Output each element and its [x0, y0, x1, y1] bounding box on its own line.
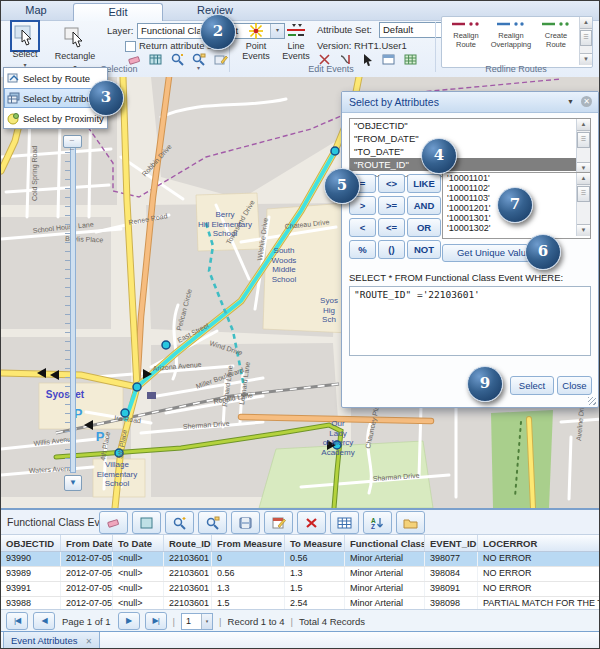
poi-label: South	[274, 246, 295, 255]
operator-button[interactable]: %	[349, 240, 376, 259]
value-item[interactable]: '10001302'	[443, 223, 577, 233]
map-zoom-slider[interactable]: ── ▼	[63, 127, 81, 491]
operator-button[interactable]: >=	[378, 196, 405, 215]
rectangle-tool-icon	[61, 22, 89, 52]
point-events-button[interactable]: Point Events	[237, 22, 275, 62]
event-grid-icon[interactable]	[403, 52, 418, 67]
edit-events-group-label: Edit Events	[281, 64, 381, 74]
field-listbox[interactable]: "OBJECTID""FROM_DATE""TO_DATE""ROUTE_ID"…	[349, 118, 591, 177]
scroll-up-icon[interactable]: ▲	[577, 173, 590, 185]
scroll-up-icon[interactable]: ▲	[580, 17, 592, 29]
column-header[interactable]: To Date	[113, 535, 164, 551]
column-header[interactable]: Functional Class	[345, 535, 425, 551]
line-events-button[interactable]: Line Events	[277, 22, 315, 62]
tab-edit[interactable]: Edit	[73, 3, 163, 21]
previous-page-button[interactable]: ◀	[33, 612, 55, 630]
attribute-table-button[interactable]	[330, 511, 359, 534]
redline-item[interactable]: Realign Overlapping	[489, 20, 533, 64]
scroll-down-icon[interactable]: ▼	[577, 224, 590, 236]
value-item[interactable]: '10001101'	[443, 173, 577, 183]
eraser-icon	[106, 516, 121, 530]
select-button[interactable]: Select	[510, 376, 554, 395]
resize-grip[interactable]	[588, 397, 596, 405]
table-cell: NO ERROR	[478, 582, 600, 596]
column-header[interactable]: From Date	[61, 535, 113, 551]
table-cell: 2012-07-05	[61, 582, 113, 596]
edit-attributes-button[interactable]	[264, 511, 293, 534]
gallery-scrollbar[interactable]: ▲ ☰ ▼	[579, 17, 592, 65]
zoom-to-selection-button[interactable]	[165, 511, 194, 534]
zoom-to-extent-button[interactable]	[198, 511, 227, 534]
sort-button[interactable]: AZ	[363, 511, 392, 534]
last-page-button[interactable]: ▶|	[145, 612, 167, 630]
operator-button[interactable]: NOT	[407, 240, 441, 259]
field-item[interactable]: "FROM_DATE"	[350, 132, 577, 145]
zoom-slider-handle[interactable]: ──	[63, 135, 82, 148]
pagination-bar: |◀ ◀ Page 1 of 1 ▶ ▶| | 1 ▾ | Record 1 t…	[1, 609, 600, 632]
chevron-down-icon[interactable]: ▾	[201, 614, 212, 629]
scrollbar-thumb[interactable]: ☰	[577, 186, 590, 202]
open-button[interactable]	[396, 511, 425, 534]
column-header[interactable]: OBJECTID	[1, 535, 61, 551]
tab-event-attributes[interactable]: Event Attributes✕	[3, 632, 100, 649]
zoom-slider-track[interactable]	[70, 141, 76, 473]
first-page-button[interactable]: |◀	[6, 612, 28, 630]
table-row[interactable]: 939912012-07-05<null>221036011.31.5Minor…	[1, 582, 600, 597]
line-events-label: Line Events	[277, 42, 315, 62]
menu-item-select-by-proximity[interactable]: Select by Proximity	[4, 108, 107, 128]
column-header[interactable]: EVENT_ID	[425, 535, 478, 551]
column-header[interactable]: Route_ID	[164, 535, 212, 551]
scrollbar-thumb[interactable]: ☰	[580, 30, 592, 46]
scrollbar-thumb[interactable]: ☰	[577, 132, 590, 148]
clear-selection-button[interactable]	[99, 511, 128, 534]
return-attribute-set-checkbox[interactable]	[125, 41, 136, 52]
save-button[interactable]	[231, 511, 260, 534]
operator-button[interactable]: <>	[378, 174, 405, 193]
table-cell: <null>	[113, 582, 164, 596]
select-rectangle-button[interactable]	[132, 511, 161, 534]
poi-label: Woods	[272, 256, 297, 265]
page-select[interactable]: 1 ▾	[181, 613, 213, 630]
zoom-out-icon[interactable]: ▼	[64, 475, 82, 491]
table-row[interactable]: 939902012-07-05<null>2210360100.56Minor …	[1, 552, 600, 567]
field-item[interactable]: "OBJECTID"	[350, 119, 577, 132]
redline-style-icon	[541, 20, 571, 28]
delete-button[interactable]	[297, 511, 326, 534]
field-item[interactable]: "TO_DATE"	[350, 145, 577, 158]
attribute-edit-icon[interactable]	[213, 52, 228, 67]
operator-button[interactable]: <	[349, 218, 376, 237]
column-header[interactable]: LOCERROR	[478, 535, 600, 551]
operator-button[interactable]: ()	[378, 240, 405, 259]
menu-item-select-by-route[interactable]: Select by Route	[4, 68, 107, 88]
value-list-scrollbar[interactable]: ▲ ☰ ▼	[576, 173, 590, 236]
dialog-titlebar[interactable]: Select by Attributes ▼ ✕	[342, 92, 598, 113]
tab-map[interactable]: Map	[13, 4, 59, 16]
zoom-selection-icon[interactable]	[170, 52, 185, 67]
next-page-button[interactable]: ▶	[118, 612, 140, 630]
scroll-up-icon[interactable]: ▲	[577, 119, 590, 131]
operator-button[interactable]: LIKE	[407, 174, 441, 193]
column-header[interactable]: To Measure	[285, 535, 345, 551]
operator-button[interactable]: <=	[378, 218, 405, 237]
table-header[interactable]: OBJECTIDFrom DateTo DateRoute_IDFrom Mea…	[1, 534, 600, 552]
chevron-down-icon[interactable]: ▼	[567, 98, 574, 105]
field-list-scrollbar[interactable]: ▲ ☰ ▼	[576, 119, 590, 174]
callout-3: 3	[88, 80, 124, 116]
table-row[interactable]: 939892012-07-05<null>221036010.561.3Mino…	[1, 567, 600, 582]
event-window-icon[interactable]	[381, 52, 396, 67]
column-header[interactable]: From Measure	[212, 535, 285, 551]
where-clause-input[interactable]: "ROUTE_ID" ='22103601'	[349, 286, 591, 356]
close-icon[interactable]: ✕	[581, 96, 592, 107]
close-icon[interactable]: ✕	[86, 637, 93, 646]
proximity-icon	[7, 112, 20, 125]
select-tool-icon	[12, 22, 38, 50]
field-item[interactable]: "ROUTE_ID"	[350, 158, 577, 171]
redline-item[interactable]: Realign Route	[444, 20, 488, 64]
operator-button[interactable]: OR	[407, 218, 441, 237]
chevron-down-icon[interactable]: ▾	[197, 64, 200, 71]
operator-button[interactable]: AND	[407, 196, 441, 215]
close-button[interactable]: Close	[557, 376, 592, 395]
table-cell: <null>	[113, 552, 164, 566]
select-tool-button[interactable]: Select▾	[6, 22, 44, 70]
redline-item[interactable]: Create Route	[534, 20, 578, 64]
